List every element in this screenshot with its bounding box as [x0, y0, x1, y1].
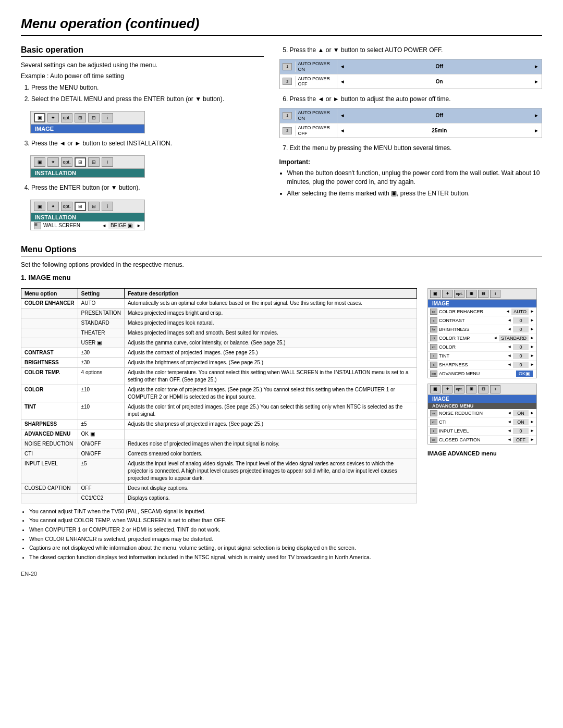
adv-value: 0: [513, 428, 529, 434]
table-row: SHARPNESS±5Adjusts the sharpness of proj…: [21, 419, 417, 429]
cell-description: Displays captions.: [124, 493, 417, 503]
table-row: STANDARDMakes projected images look natu…: [21, 318, 417, 328]
s-icon: co: [430, 344, 437, 350]
s-value: AUTO: [511, 309, 529, 315]
cell-description: Adjusts the input level of analog video …: [124, 459, 417, 483]
cell-option: TINT: [21, 402, 78, 419]
image-menu-row: cCONTRAST◄0►: [428, 316, 536, 325]
s-icon: c: [430, 317, 437, 324]
menu-icons-row: ▣ ✦ opt. ⊞ ⊟ i: [31, 112, 144, 125]
iw-icon-2: ✦: [47, 202, 59, 211]
adv-label: INPUT LEVEL: [439, 428, 506, 434]
note-item: Captions are not displayed while informa…: [29, 544, 417, 552]
install-menu-icons: ▣ ✦ opt. ⊞ ⊟ i: [31, 156, 144, 169]
wall-arrow-left: ◄: [102, 223, 106, 228]
icon-image: ▣: [34, 113, 45, 122]
menu-options-intro: Set the following options provided in th…: [21, 261, 542, 269]
cell-description: Makes projected images look natural.: [124, 318, 417, 328]
cell-setting: USER ▣: [78, 338, 124, 348]
s-arrow-r: ►: [530, 344, 534, 349]
wall-screen-icon: ⊞: [34, 222, 41, 229]
note-item: The closed caption function displays tex…: [29, 553, 417, 561]
table-row: CONTRAST±30Adjusts the contrast of proje…: [21, 348, 417, 357]
s-label: SHARPNESS: [439, 362, 506, 367]
adv-icon-5: ⊟: [478, 385, 488, 393]
image-menu-row: tTINT◄0►: [428, 352, 536, 361]
cell-setting: OFF: [78, 483, 124, 493]
image-menu-row: ceCOLOR ENHANCER◄AUTO►: [428, 307, 536, 316]
table-row: CC1/CC2Displays captions.: [21, 493, 417, 503]
ap-arrow-l-4: ◄: [337, 128, 348, 133]
adv-image-label: IMAGE: [428, 395, 536, 403]
cell-description: Reduces noise of projected images when t…: [124, 439, 417, 449]
ap-name-on-2: AUTO POWER ON: [296, 108, 337, 123]
cell-option: COLOR: [21, 385, 78, 402]
adv-arrow-l: ◄: [507, 419, 511, 424]
s-arrow-r: ►: [530, 318, 534, 323]
ap-name-off: AUTO POWER OFF: [296, 75, 337, 89]
adv-arrow-r: ►: [530, 419, 534, 424]
adv-label: CLOSED CAPTION: [439, 437, 506, 442]
adv-icon-opt: opt.: [454, 385, 464, 393]
s-icon: t: [430, 353, 437, 359]
ap-name-on: AUTO POWER ON: [296, 59, 337, 74]
cell-description: Adjusts the sharpness of projected image…: [124, 419, 417, 429]
cell-description: Adjusts the color tone of projected imag…: [124, 385, 417, 402]
cell-option: [21, 318, 78, 328]
table-section: Menu option Setting Feature description …: [21, 288, 417, 563]
adv-value: ON: [513, 419, 529, 425]
cell-option: COLOR TEMP.: [21, 367, 78, 385]
cell-setting: ±30: [78, 357, 124, 367]
ap-value-on-1: On: [348, 79, 531, 84]
adv-label: CTI: [439, 419, 506, 425]
cell-description: Corrects smeared color borders.: [124, 449, 417, 459]
step-4-list: Press the ENTER button (or ▼ button).: [31, 183, 264, 192]
ap-icon-on-2: 1: [283, 112, 292, 119]
step-6: Press the ◄ or ► button to adjust the au…: [290, 94, 542, 104]
s-value: OK▣: [516, 371, 533, 377]
adv-value: OFF: [513, 437, 529, 443]
image-menu-row: amADVANCED MENUOK▣: [428, 369, 536, 378]
table-row: CLOSED CAPTIONOFFDoes not display captio…: [21, 483, 417, 493]
iw-icon-5: ⊟: [88, 202, 100, 211]
cell-description: Makes projected images soft and smooth. …: [124, 328, 417, 338]
ap-icon-off: 2: [283, 78, 292, 85]
adv-icon: il: [430, 428, 437, 434]
si-icon-5: ⊟: [478, 290, 488, 298]
si-icon-i: i: [490, 290, 500, 298]
cell-description: Automatically sets an optimal color bala…: [124, 298, 417, 308]
side-menus-section: ▣ ✦ opt. ⊞ ⊟ i IMAGE ceCOLOR ENHANCER◄AU…: [427, 288, 542, 563]
auto-power-table-1: 1 AUTO POWER ON ◄ Off ► 2 AUTO POWER OFF…: [279, 59, 542, 89]
cell-option: [21, 338, 78, 348]
ap-arrow-l-2: ◄: [337, 79, 348, 84]
iw-icon-4: ⊞: [75, 202, 86, 211]
s-arrow-l: ◄: [507, 318, 511, 323]
step-7-list: Exit the menu by pressing the MENU butto…: [290, 143, 542, 153]
col-setting: Setting: [78, 288, 124, 298]
cell-description: Makes projected images bright and crisp.: [124, 308, 417, 318]
wall-screen-label: WALL SCREEN: [43, 223, 100, 228]
s-value: 0: [513, 353, 529, 359]
s-value: 0: [513, 362, 529, 368]
icon-i: i: [102, 113, 113, 122]
adv-icon: cti: [430, 419, 437, 425]
adv-arrow-r: ►: [530, 411, 534, 415]
s-arrow-r: ►: [530, 362, 534, 367]
s-label: COLOR TEMP.: [439, 336, 492, 341]
ap-value-off-1: Off: [348, 64, 531, 69]
icon-2: ✦: [47, 113, 59, 122]
cell-setting: PRESENTATION: [78, 308, 124, 318]
basic-example: Example : Auto power off time setting: [21, 72, 264, 81]
si-icon-4: ⊞: [466, 290, 476, 298]
s-value: 0: [513, 326, 529, 332]
ap-icon-on: 1: [283, 63, 292, 70]
s-icon: ce: [430, 309, 437, 315]
side-menu-icons: ▣ ✦ opt. ⊞ ⊟ i: [428, 289, 536, 300]
adv-menu-row: ctiCTI◄ON►: [428, 418, 536, 427]
wall-screen-value: BEIGE ▣: [108, 222, 134, 229]
install-wall-icons: ▣ ✦ opt. ⊞ ⊟ i: [31, 200, 144, 213]
ap-arrow-r-2: ►: [531, 79, 542, 84]
cell-option: NOISE REDUCTION: [21, 439, 78, 449]
adv-side-menu: ▣ ✦ opt. ⊞ ⊟ i IMAGE ADVANCED MENU nrNOI…: [427, 384, 537, 445]
s-arrow-l: ◄: [493, 336, 497, 340]
